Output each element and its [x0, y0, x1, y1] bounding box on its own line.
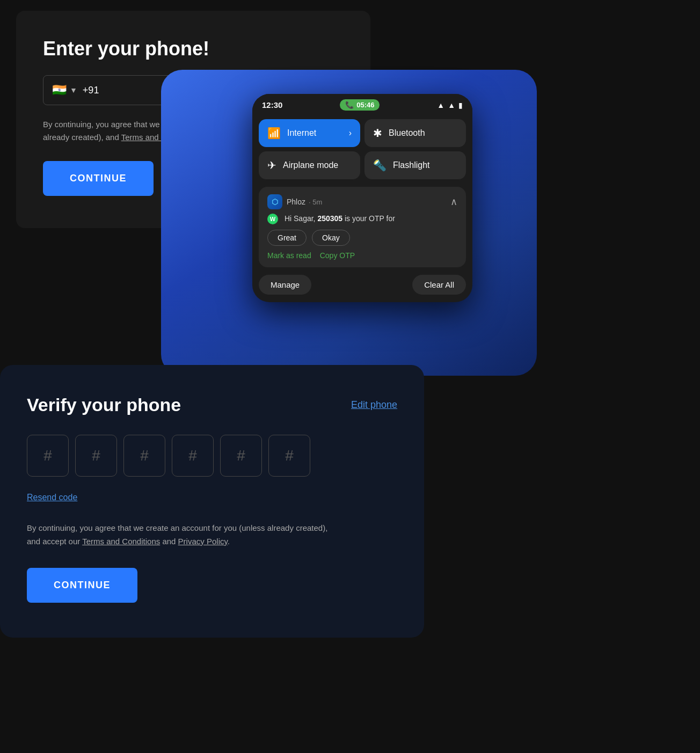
verify-header: Verify your phone Edit phone	[27, 394, 397, 415]
otp-box-2[interactable]: #	[75, 435, 117, 477]
otp-box-3[interactable]: #	[123, 435, 165, 477]
country-code: +91	[83, 85, 99, 96]
otp-box-4[interactable]: #	[172, 435, 214, 477]
internet-tile[interactable]: 📶 Internet ›	[259, 119, 360, 147]
phone-mockup: 12:30 📞 05:46 ▲ ▲ ▮ 📶 Internet › ✱ Bluet…	[252, 94, 472, 302]
quick-settings-grid: 📶 Internet › ✱ Bluetooth ✈ Airplane mode…	[252, 114, 472, 185]
notification-actions: Great Okay	[267, 230, 457, 246]
status-icons: ▲ ▲ ▮	[437, 101, 463, 109]
copy-otp-link[interactable]: Copy OTP	[320, 251, 355, 260]
notification-time: · 5m	[309, 198, 322, 206]
resend-code-link[interactable]: Resend code	[27, 493, 397, 502]
flashlight-tile-icon: 🔦	[373, 159, 387, 172]
battery-icon: ▮	[458, 101, 463, 109]
notification-card: ⬡ Phloz · 5m ∧ W Hi Sagar, 250305 is you…	[259, 187, 466, 267]
signal-icon: ▲	[448, 101, 455, 109]
chevron-down-icon: ▼	[70, 86, 77, 94]
call-badge: 📞 05:46	[340, 99, 380, 111]
call-duration: 05:46	[356, 101, 374, 109]
verify-terms-text: By continuing, you agree that we create …	[27, 522, 397, 549]
otp-box-6[interactable]: #	[268, 435, 310, 477]
bluetooth-tile[interactable]: ✱ Bluetooth	[364, 119, 466, 147]
wifi-icon: ▲	[437, 101, 444, 109]
call-icon: 📞	[345, 101, 354, 109]
app-icon: ⬡	[267, 194, 282, 209]
notification-header: ⬡ Phloz · 5m ∧	[267, 194, 457, 209]
wifi-tile-icon: 📶	[267, 127, 281, 140]
verify-phone-card: Verify your phone Edit phone # # # # # #…	[0, 365, 424, 638]
expand-icon[interactable]: ∧	[450, 196, 457, 208]
bluetooth-tile-icon: ✱	[373, 127, 382, 140]
continue-button-2[interactable]: CONTINUE	[27, 568, 137, 603]
app-name: Phloz	[287, 198, 305, 206]
terms-link-2[interactable]: Terms and Conditions	[82, 537, 160, 546]
okay-button[interactable]: Okay	[312, 230, 350, 246]
whatsapp-icon: W	[267, 214, 278, 224]
airplane-tile-label: Airplane mode	[283, 160, 338, 170]
status-bar: 12:30 📞 05:46 ▲ ▲ ▮	[252, 94, 472, 114]
notification-message: W Hi Sagar, 250305 is your OTP for	[267, 214, 457, 224]
flashlight-tile-label: Flashlight	[393, 160, 429, 170]
flashlight-tile[interactable]: 🔦 Flashlight	[364, 151, 466, 179]
airplane-tile-icon: ✈	[267, 159, 276, 172]
edit-phone-link[interactable]: Edit phone	[351, 399, 397, 411]
notification-links: Mark as read Copy OTP	[267, 251, 457, 260]
otp-box-1[interactable]: #	[27, 435, 69, 477]
otp-box-5[interactable]: #	[220, 435, 262, 477]
privacy-link-2[interactable]: Privacy Policy	[178, 537, 228, 546]
tile-arrow-icon: ›	[349, 128, 352, 138]
notification-footer: Manage Clear All	[252, 273, 472, 302]
bluetooth-tile-label: Bluetooth	[389, 128, 425, 138]
great-button[interactable]: Great	[267, 230, 307, 246]
mark-as-read-link[interactable]: Mark as read	[267, 251, 311, 260]
continue-button-1[interactable]: CONTINUE	[43, 161, 154, 196]
otp-input-row: # # # # # #	[27, 435, 397, 477]
enter-phone-title: Enter your phone!	[43, 38, 344, 60]
app-icon-symbol: ⬡	[272, 198, 278, 206]
status-time: 12:30	[262, 100, 282, 109]
airplane-tile[interactable]: ✈ Airplane mode	[259, 151, 360, 179]
manage-button[interactable]: Manage	[259, 275, 311, 295]
clear-all-button[interactable]: Clear All	[412, 275, 466, 295]
country-flag: 🇮🇳	[52, 83, 67, 97]
internet-tile-label: Internet	[287, 128, 316, 138]
verify-title: Verify your phone	[27, 394, 181, 415]
